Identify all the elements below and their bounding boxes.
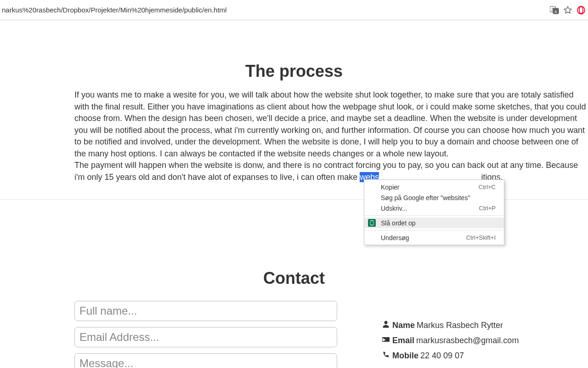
- info-name-line: Name Markus Rasbech Rytter: [382, 321, 519, 330]
- fullname-input[interactable]: Full name...: [74, 301, 337, 321]
- context-menu-google-search[interactable]: Søg på Google efter "websites": [364, 192, 504, 203]
- svg-rect-6: [368, 219, 376, 227]
- svg-point-5: [579, 6, 583, 13]
- bookmark-star-icon[interactable]: [563, 6, 572, 15]
- info-email-label: Email: [392, 336, 414, 345]
- contact-heading: Contact: [0, 269, 588, 288]
- info-name-value: Markus Rasbech Rytter: [417, 321, 503, 330]
- info-mobile-value: 22 40 09 07: [420, 351, 464, 361]
- context-menu-lookup-word[interactable]: Slå ordet op: [364, 218, 504, 228]
- contact-form: Full name... Email Address... Message...: [74, 301, 339, 368]
- translate-icon[interactable]: 文 A: [550, 6, 559, 14]
- context-menu-google-label: Søg på Google efter "websites": [381, 194, 470, 201]
- context-menu-copy-shortcut: Ctrl+C: [479, 184, 496, 190]
- process-section: The process If you wants me to make a we…: [0, 62, 588, 200]
- info-email-line: Email markusrasbech@gmail.com: [382, 336, 519, 345]
- info-mobile-label: Mobile: [392, 351, 418, 361]
- info-email-value: markusrasbech@gmail.com: [416, 336, 519, 345]
- message-input[interactable]: Message...: [74, 353, 337, 368]
- info-mobile-line: Mobile 22 40 09 07: [382, 351, 519, 361]
- context-menu-inspect-label: Undersøg: [381, 234, 409, 242]
- context-menu-inspect-shortcut: Ctrl+Skift+I: [466, 234, 496, 241]
- context-menu-print-shortcut: Ctrl+P: [479, 205, 496, 212]
- info-name-label: Name: [392, 321, 415, 330]
- envelope-icon: [382, 336, 391, 345]
- context-menu-lookup-label: Slå ordet op: [381, 219, 416, 227]
- context-menu-copy-label: Kopier: [381, 184, 399, 191]
- svg-text:A: A: [554, 9, 557, 13]
- dictionary-icon: [368, 219, 376, 227]
- svg-point-4: [577, 6, 585, 14]
- address-bar[interactable]: narkus%20rasbech/Dropbox/Projekter/Min%2…: [0, 6, 550, 14]
- svg-point-7: [370, 223, 371, 224]
- process-heading: The process: [0, 62, 588, 81]
- context-menu-copy[interactable]: Kopier Ctrl+C: [364, 182, 504, 192]
- context-menu-separator: [364, 215, 504, 216]
- contact-columns: Full name... Email Address... Message...…: [0, 301, 588, 368]
- opera-icon[interactable]: [577, 6, 586, 15]
- context-menu-print[interactable]: Udskriv... Ctrl+P: [364, 203, 504, 213]
- context-menu-separator-2: [364, 230, 504, 230]
- phone-icon: [382, 351, 391, 361]
- contact-info: Name Markus Rasbech Rytter Email markusr…: [339, 301, 519, 368]
- context-menu: Kopier Ctrl+C Søg på Google efter "websi…: [364, 179, 504, 245]
- context-menu-inspect[interactable]: Undersøg Ctrl+Skift+I: [364, 232, 504, 243]
- context-menu-print-label: Udskriv...: [381, 205, 407, 212]
- browser-toolbar: narkus%20rasbech/Dropbox/Projekter/Min%2…: [0, 0, 588, 20]
- person-icon: [382, 321, 391, 330]
- toolbar-icon-group: 文 A: [550, 6, 588, 15]
- process-paragraph-1: If you wants me to make a wesite for you…: [0, 89, 588, 160]
- email-input[interactable]: Email Address...: [74, 327, 337, 347]
- svg-point-8: [373, 223, 374, 224]
